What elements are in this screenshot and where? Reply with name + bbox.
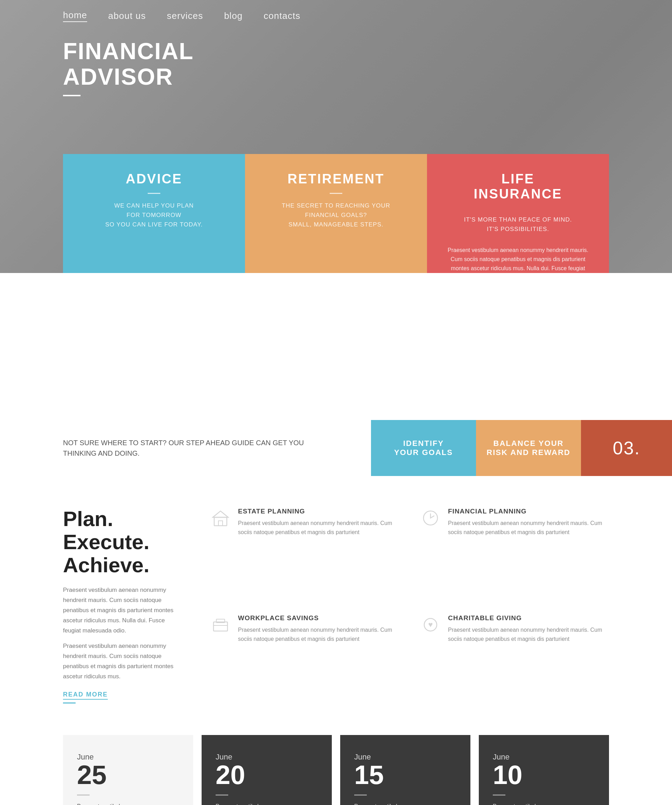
services-grid: ESTATE PLANNING Praesent vestibulum aene… <box>210 508 609 703</box>
news-body-1: Praesent vestibulum aenean nonummy hendr… <box>215 802 318 805</box>
news-month-1: June <box>215 752 318 762</box>
service-estate-planning: ESTATE PLANNING Praesent vestibulum aene… <box>210 508 399 597</box>
card-advice-title: ADVICE <box>126 171 182 187</box>
charitable-giving-content: CHARITABLE GIVING Praesent vestibulum ae… <box>448 614 609 703</box>
estate-planning-title: ESTATE PLANNING <box>238 508 399 515</box>
main-nav: home about us services blog contacts <box>0 0 672 32</box>
hero-heading: FINANCIAL ADVISOR <box>63 38 194 89</box>
house-icon <box>210 508 231 529</box>
news-body-0: Praesent vestibulum aenean nonummy hendr… <box>77 802 179 805</box>
svg-rect-0 <box>214 517 227 526</box>
heart-icon: ♥ <box>420 614 441 635</box>
news-line-2 <box>354 795 367 795</box>
news-line-0 <box>77 795 90 795</box>
card-advice-line <box>148 193 160 194</box>
plan-section: Plan. Execute.Achieve. Praesent vestibul… <box>0 476 672 735</box>
news-body-2: Praesent vestibulum aenean nonummy hendr… <box>354 802 457 805</box>
news-month-2: June <box>354 752 457 762</box>
below-hero-text: NOT SURE WHERE TO START? OUR STEP AHEAD … <box>0 420 371 476</box>
step-tabs: IDENTIFYYOUR GOALS BALANCE YOURRISK AND … <box>371 420 672 476</box>
card-retirement-title: RETIREMENT <box>288 171 384 187</box>
read-more-link[interactable]: READ MORE <box>63 691 108 700</box>
news-day-2: 15 <box>354 762 457 788</box>
hero-title: FINANCIAL ADVISOR <box>63 38 194 96</box>
plan-left: Plan. Execute.Achieve. Praesent vestibul… <box>63 508 182 703</box>
hero-section: FINANCIAL ADVISOR ADVICE WE CAN HELP YOU… <box>0 0 672 273</box>
nav-home[interactable]: home <box>63 10 87 22</box>
svg-rect-4 <box>214 622 227 631</box>
card-life-insurance-subtitle: IT'S MORE THAN PEACE OF MIND.IT'S POSSIB… <box>464 215 572 234</box>
hero-title-line <box>63 95 81 96</box>
step-identify[interactable]: IDENTIFYYOUR GOALS <box>371 420 476 476</box>
estate-planning-body: Praesent vestibulum aenean nonummy hendr… <box>238 519 399 537</box>
card-life-insurance-title: LIFEINSURANCE <box>474 171 562 202</box>
charitable-giving-body: Praesent vestibulum aenean nonummy hendr… <box>448 626 609 643</box>
nav-about[interactable]: about us <box>108 10 146 21</box>
svg-marker-1 <box>213 511 228 517</box>
step-number[interactable]: 03. <box>581 420 672 476</box>
workplace-savings-title: WORKPLACE SAVINGS <box>238 614 399 622</box>
estate-planning-content: ESTATE PLANNING Praesent vestibulum aene… <box>238 508 399 597</box>
news-card-3: June 10 Praesent vestibulum aenean nonum… <box>479 735 609 805</box>
news-month-0: June <box>77 752 179 762</box>
card-retirement[interactable]: RETIREMENT THE SECRET TO REACHING YOURFI… <box>245 154 427 273</box>
card-life-insurance[interactable]: LIFEINSURANCE IT'S MORE THAN PEACE OF MI… <box>427 154 609 273</box>
chart-icon <box>420 508 441 529</box>
financial-planning-body: Praesent vestibulum aenean nonummy hendr… <box>448 519 609 537</box>
news-body-3: Praesent vestibulum aenean nonummy hendr… <box>493 802 595 805</box>
financial-planning-title: FINANCIAL PLANNING <box>448 508 609 515</box>
plan-para2: Praesent vestibulum aenean nonummy hendr… <box>63 641 182 682</box>
card-advice-subtitle: WE CAN HELP YOU PLANFOR TOMORROWSO YOU C… <box>105 201 203 230</box>
nav-blog[interactable]: blog <box>224 10 243 21</box>
news-day-3: 10 <box>493 762 595 788</box>
service-financial-planning: FINANCIAL PLANNING Praesent vestibulum a… <box>420 508 609 597</box>
card-life-insurance-body: Praesent vestibulum aenean nonummy hendr… <box>441 246 595 273</box>
step-balance[interactable]: BALANCE YOURRISK AND REWARD <box>476 420 581 476</box>
card-retirement-line <box>330 193 342 194</box>
card-retirement-subtitle: THE SECRET TO REACHING YOURFINANCIAL GOA… <box>282 201 390 230</box>
news-grid: June 25 Praesent vestibulum aenean nonum… <box>63 735 609 805</box>
charitable-giving-title: CHARITABLE GIVING <box>448 614 609 622</box>
news-month-3: June <box>493 752 595 762</box>
news-section: June 25 Praesent vestibulum aenean nonum… <box>0 735 672 805</box>
news-line-3 <box>493 795 505 795</box>
news-card-1: June 20 Praesent vestibulum aenean nonum… <box>202 735 332 805</box>
news-line-1 <box>215 795 228 795</box>
nav-services[interactable]: services <box>167 10 203 21</box>
nav-contacts[interactable]: contacts <box>264 10 300 21</box>
news-day-0: 25 <box>77 762 179 788</box>
financial-planning-content: FINANCIAL PLANNING Praesent vestibulum a… <box>448 508 609 597</box>
savings-icon <box>210 614 231 635</box>
service-workplace-savings: WORKPLACE SAVINGS Praesent vestibulum ae… <box>210 614 399 703</box>
below-hero-section: NOT SURE WHERE TO START? OUR STEP AHEAD … <box>0 420 672 476</box>
svg-text:♥: ♥ <box>428 620 432 629</box>
plan-para1: Praesent vestibulum aenean nonummy hendr… <box>63 585 182 636</box>
workplace-savings-content: WORKPLACE SAVINGS Praesent vestibulum ae… <box>238 614 399 703</box>
workplace-savings-body: Praesent vestibulum aenean nonummy hendr… <box>238 626 399 643</box>
hero-cards: ADVICE WE CAN HELP YOU PLANFOR TOMORROWS… <box>63 154 609 273</box>
news-card-2: June 15 Praesent vestibulum aenean nonum… <box>340 735 470 805</box>
svg-rect-2 <box>219 521 223 526</box>
news-card-0: June 25 Praesent vestibulum aenean nonum… <box>63 735 193 805</box>
read-more-line <box>63 702 76 703</box>
service-charitable-giving: ♥ CHARITABLE GIVING Praesent vestibulum … <box>420 614 609 703</box>
news-day-1: 20 <box>215 762 318 788</box>
card-advice[interactable]: ADVICE WE CAN HELP YOU PLANFOR TOMORROWS… <box>63 154 245 273</box>
plan-heading: Plan. Execute.Achieve. <box>63 508 182 577</box>
